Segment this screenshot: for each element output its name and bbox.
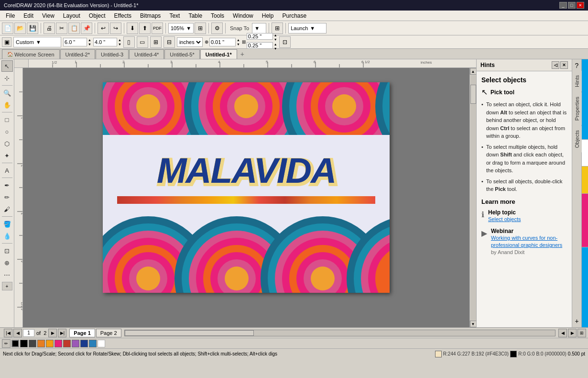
pdf-button[interactable]: PDF	[152, 22, 163, 34]
palette-swatch-2[interactable]	[37, 340, 45, 347]
tab-untitled2[interactable]: Untitled-2*	[60, 49, 95, 59]
ellipse-tool[interactable]: ○	[1, 126, 13, 137]
crop-tool[interactable]: ⊡	[1, 245, 13, 256]
scroll-up-button[interactable]: ▲	[470, 68, 477, 75]
add-tab-button[interactable]: +	[238, 49, 247, 59]
menu-object[interactable]: Object	[85, 11, 109, 20]
pen-tool[interactable]: ✒	[1, 179, 13, 191]
save-button[interactable]: 💾	[27, 22, 38, 34]
new-button[interactable]: 📄	[2, 22, 13, 34]
scroll-track[interactable]	[470, 75, 476, 320]
zoom-tool[interactable]: 🔍	[1, 87, 13, 99]
nudge-input[interactable]	[209, 38, 236, 46]
tab-untitled5[interactable]: Untitled-5*	[164, 49, 199, 59]
close-button[interactable]: ✕	[577, 2, 584, 9]
first-page-button[interactable]: |◀	[4, 329, 12, 337]
portrait-button[interactable]: ▯	[123, 36, 135, 48]
next-page-button[interactable]: ▶	[48, 329, 57, 337]
scroll-thumb[interactable]	[470, 85, 476, 104]
menu-text[interactable]: Text	[165, 11, 184, 20]
star-tool[interactable]: ✦	[1, 150, 13, 161]
minimize-button[interactable]: _	[559, 2, 567, 9]
gutter-w-input[interactable]	[247, 33, 273, 40]
width-spinner[interactable]: ▲▼	[88, 38, 91, 46]
width-input[interactable]	[63, 38, 87, 46]
node-tool[interactable]: ⊹	[1, 72, 13, 84]
menu-effects[interactable]: Effects	[110, 11, 135, 20]
page2-tab[interactable]: Page 2	[96, 329, 121, 337]
fill-color-swatch-black[interactable]	[20, 340, 28, 347]
maximize-button[interactable]: □	[568, 2, 576, 9]
menu-window[interactable]: Window	[229, 11, 257, 20]
snap-dropdown[interactable]: ▼	[252, 23, 266, 33]
gutter-h-input[interactable]	[247, 42, 273, 49]
menu-view[interactable]: View	[38, 11, 58, 20]
gutter-w-spinner[interactable]: ▲▼	[274, 33, 277, 42]
palette-swatch-1[interactable]	[29, 340, 36, 347]
hints-options-button[interactable]: ✕	[560, 61, 568, 69]
gutter-h-spinner[interactable]: ▲▼	[274, 42, 277, 51]
page-settings[interactable]: ⊞	[150, 36, 162, 48]
pan-tool[interactable]: ✋	[1, 99, 13, 111]
height-spinner[interactable]: ▲▼	[118, 38, 121, 46]
tab-untitled4[interactable]: Untitled-4*	[129, 49, 164, 59]
open-button[interactable]: 📂	[14, 22, 26, 34]
options-button[interactable]: ⚙	[211, 22, 223, 34]
draw-mode[interactable]: ⊡	[279, 36, 291, 48]
tab-untitled3[interactable]: Untitled-3	[96, 49, 129, 59]
tab-objects[interactable]: Objects	[572, 126, 582, 152]
menu-help[interactable]: Help	[258, 11, 278, 20]
palette-swatch-white[interactable]	[98, 340, 105, 347]
preset-dropdown[interactable]: Custom ▼	[13, 37, 61, 47]
height-input[interactable]	[93, 38, 117, 46]
launch-dropdown[interactable]: Launch ▼	[288, 23, 327, 33]
tab-welcome-screen[interactable]: 🏠 Welcome Screen	[2, 49, 60, 59]
cut-button[interactable]: ✂	[56, 22, 67, 34]
zoom-dropdown[interactable]: 105% ▼	[168, 23, 194, 33]
menu-edit[interactable]: Edit	[20, 11, 37, 20]
prev-page-button[interactable]: ◀	[13, 329, 22, 337]
menu-purchase[interactable]: Purchase	[278, 11, 310, 20]
rectangle-tool[interactable]: □	[1, 114, 13, 125]
hints-close-button[interactable]: ◁	[552, 61, 559, 69]
palette-swatch-7[interactable]	[80, 340, 88, 347]
copy-button[interactable]: 📋	[68, 22, 80, 34]
pencil-tool[interactable]: ✏	[1, 191, 13, 203]
menu-tools[interactable]: Tools	[207, 11, 228, 20]
palette-swatch-5[interactable]	[63, 340, 71, 347]
scroll-left-button[interactable]: ◀	[558, 329, 567, 337]
brush-tool[interactable]: 🖌	[1, 203, 13, 215]
page1-tab[interactable]: Page 1	[69, 329, 95, 337]
scroll-right-button[interactable]: ▶	[568, 329, 577, 337]
outline-color-swatch[interactable]	[11, 340, 19, 347]
palette-swatch-3[interactable]	[46, 340, 54, 347]
grid-button[interactable]: ⊞	[272, 22, 283, 34]
select-all[interactable]: ▣	[2, 37, 11, 47]
tab-hints[interactable]: Hints	[572, 71, 582, 91]
polygon-tool[interactable]: ⬡	[1, 138, 13, 149]
hints-question-icon[interactable]: ?	[573, 61, 581, 70]
dropper-tool[interactable]: 💧	[1, 230, 13, 242]
canvas-area[interactable]: MALAVIDA MALAVIDA MALAVIDA	[23, 68, 469, 327]
menu-layout[interactable]: Layout	[59, 11, 84, 20]
export-button[interactable]: ⬆	[139, 22, 151, 34]
add-panel-icon[interactable]: +	[573, 317, 581, 325]
last-page-button[interactable]: ▶|	[58, 329, 66, 337]
fill-tool[interactable]: 🪣	[1, 218, 13, 230]
blend-tool[interactable]: ⋯	[1, 269, 13, 280]
nudge-spinner[interactable]: ▲▼	[237, 38, 240, 46]
units-select[interactable]: inches mm cm px	[177, 37, 203, 47]
add-tool-button[interactable]: +	[2, 282, 12, 290]
paste-button[interactable]: 📌	[81, 22, 92, 34]
tab-untitled1[interactable]: Untitled-1*	[200, 49, 237, 59]
menu-file[interactable]: File	[2, 11, 19, 20]
scroll-down-button[interactable]: ▼	[470, 321, 477, 327]
palette-swatch-6[interactable]	[72, 340, 79, 347]
zoom-fit-button[interactable]: ⊞	[577, 329, 586, 337]
zoom-fit[interactable]: ⊞	[195, 22, 206, 34]
h-scroll-thumb[interactable]	[125, 330, 254, 336]
menu-bitmaps[interactable]: Bitmaps	[136, 11, 164, 20]
webinar-link[interactable]: Working with curves for non-professional…	[491, 234, 567, 249]
import-button[interactable]: ⬇	[127, 22, 138, 34]
landscape-button[interactable]: ▭	[137, 36, 148, 48]
